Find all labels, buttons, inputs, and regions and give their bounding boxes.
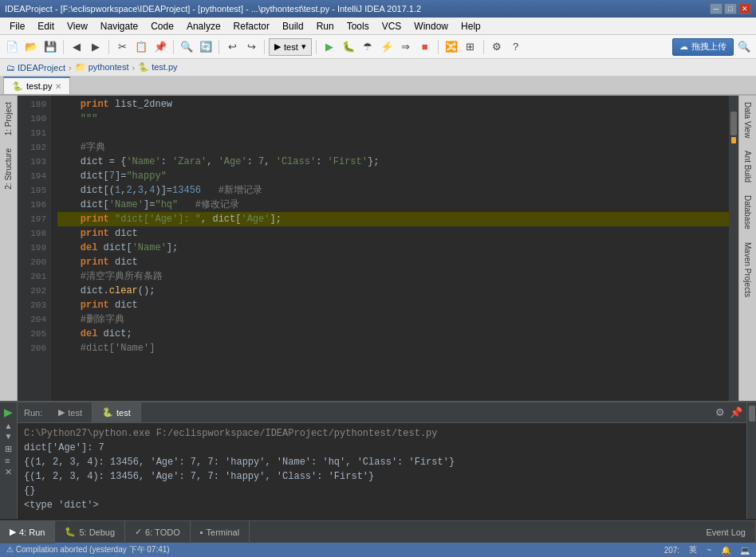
run-button[interactable]: ▶ [321,38,338,56]
output-line-1: C:\Python27\python.exe F:/eclispworkspac… [24,426,740,441]
run-tab-2-icon: 🐍 [102,407,113,418]
run-tab-2-label: test [116,408,131,418]
run-play-button[interactable]: ▶ [4,406,13,418]
run-tabs-wrapper: Run: ▶ test 🐍 test ⚙ 📌 [18,402,746,423]
run-scrollbar-thumb [749,406,755,422]
code-line-199: del dict['Name']; [57,241,729,255]
bc-sep-2: › [132,63,135,73]
search-all-button[interactable]: 🔍 [735,38,753,56]
sidebar-tab-maven[interactable]: Maven Projects [741,236,754,304]
menu-window[interactable]: Window [408,18,455,34]
undo-button[interactable]: ↩ [223,38,241,56]
menu-code[interactable]: Code [144,18,180,34]
debug-button[interactable]: 🐛 [340,38,357,56]
step-over-button[interactable]: ⇒ [397,38,415,56]
forward-button[interactable]: ▶ [87,38,104,56]
code-line-195: dict[(1,2,3,4)]=13456 #新增记录 [57,183,729,198]
notifications: 🔔 [721,546,730,555]
tab-close-btn[interactable]: ✕ [55,82,61,91]
run-wrap-btn[interactable]: ⊞ [5,444,12,454]
scroll-marker [731,137,736,143]
sidebar-tab-project[interactable]: 1: Project [1,96,16,142]
bottom-tab-terminal[interactable]: ▪ Terminal [191,521,250,543]
run-pin-button[interactable]: 📌 [729,406,743,420]
run-tab-1[interactable]: ▶ test [49,402,93,423]
save-button[interactable]: 💾 [41,38,59,56]
menu-refactor[interactable]: Refactor [227,18,276,34]
status-message: ⚠ Compilation aborted (yesterday 下午 07:4… [6,544,658,555]
code-line-192: #字典 [57,140,729,155]
menu-file[interactable]: File [3,18,31,34]
copy-button[interactable]: 📋 [132,38,150,56]
settings-button[interactable]: ⚙ [488,38,506,56]
profile-button[interactable]: ⚡ [378,38,396,56]
window-title: IDEAProject - [F:\eclispworkspace\IDEAPr… [5,4,710,14]
code-line-206: #dict['Name'] [57,341,729,355]
terminal-icon: ▪ [200,528,203,537]
maximize-button[interactable]: □ [724,3,737,14]
run-config-dropdown[interactable]: ▶ test ▾ [269,38,312,56]
coverage-button[interactable]: ☂ [359,38,376,56]
upload-label: 拖拽上传 [691,41,726,53]
close-button[interactable]: ✕ [738,3,751,14]
menu-help[interactable]: Help [455,18,487,34]
run-left-sidebar: ▶ ▲ ▼ ⊞ ≡ ✕ [0,402,18,519]
open-button[interactable]: 📂 [22,38,40,56]
terminal-button[interactable]: ⊞ [462,38,479,56]
stop-button[interactable]: ■ [416,38,434,56]
run-tabs: Run: ▶ test 🐍 test ⚙ 📌 [18,402,746,423]
bottom-tab-todo[interactable]: ✓ 6: TODO [125,521,191,543]
run-scrollbar[interactable] [746,402,756,519]
menu-navigate[interactable]: Navigate [94,18,144,34]
menu-build[interactable]: Build [276,18,310,34]
output-line-2: dict['Age']: 7 [24,441,740,455]
output-line-5: {} [24,484,740,498]
upload-icon: ☁ [679,41,688,52]
event-log-label: Event Log [706,528,746,537]
new-file-button[interactable]: 📄 [3,38,21,56]
run-panel: ▶ ▲ ▼ ⊞ ≡ ✕ Run: ▶ test [0,401,756,520]
editor[interactable]: 189 190 191 192 193 194 195 196 197 198 … [18,96,738,401]
run-down-button[interactable]: ▼ [5,432,13,441]
left-sidebar: 1: Project 2: Structure [0,96,18,401]
code-line-190: """ [57,112,729,126]
tab-testpy[interactable]: 🐍 test.py ✕ [3,76,70,94]
menu-tools[interactable]: Tools [341,18,376,34]
sidebar-tab-dataview[interactable]: Data View [741,96,754,144]
sidebar-tab-antbuild[interactable]: Ant Build [741,144,754,189]
help-btn[interactable]: ? [507,38,525,56]
todo-icon: ✓ [135,527,142,537]
menu-analyze[interactable]: Analyze [180,18,227,34]
cut-button[interactable]: ✂ [113,38,131,56]
run-close-btn[interactable]: ✕ [5,467,12,477]
menu-view[interactable]: View [61,18,94,34]
menu-edit[interactable]: Edit [31,18,61,34]
sidebar-tab-structure[interactable]: 2: Structure [1,142,16,196]
bottom-tab-eventlog[interactable]: Event Log [696,521,756,543]
menu-vcs[interactable]: VCS [376,18,408,34]
upload-button[interactable]: ☁ 拖拽上传 [672,38,734,56]
run-filter-btn[interactable]: ≡ [5,456,12,465]
run-label: Run: [18,408,49,418]
bc-module[interactable]: 📁 pythontest [75,62,129,73]
bottom-tab-run[interactable]: ▶ 4: Run [0,521,55,543]
vcs-button[interactable]: 🔀 [443,38,460,56]
bc-project[interactable]: 🗂 IDEAProject [6,63,65,73]
sidebar-tab-database[interactable]: Database [741,189,754,236]
run-up-button[interactable]: ▲ [5,422,13,430]
line-endings: ~ [707,546,711,555]
code-area[interactable]: print list_2dnew """ #字典 dict = {'Name':… [51,96,729,401]
run-tab-2[interactable]: 🐍 test [93,402,141,423]
bottom-tab-debug[interactable]: 🐛 5: Debug [55,521,125,543]
redo-button[interactable]: ↪ [242,38,260,56]
menu-run[interactable]: Run [310,18,341,34]
paste-button[interactable]: 📌 [152,38,169,56]
find-button[interactable]: 🔍 [178,38,195,56]
bc-file[interactable]: 🐍 test.py [138,62,177,73]
replace-button[interactable]: 🔄 [197,38,215,56]
code-line-204: #删除字典 [57,312,729,327]
editor-scrollbar[interactable] [729,96,738,401]
back-button[interactable]: ◀ [68,38,85,56]
minimize-button[interactable]: ─ [710,3,723,14]
run-settings-button[interactable]: ⚙ [713,406,727,420]
